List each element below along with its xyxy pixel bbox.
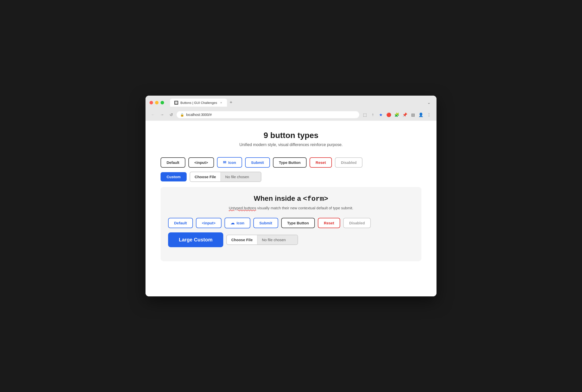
no-file-chosen-label: No file chosen [221, 172, 261, 181]
form-choose-file-button[interactable]: Choose File [227, 235, 257, 244]
tab-close-button[interactable]: × [219, 101, 223, 105]
type-button-label: Type Button [279, 160, 301, 165]
form-choose-file-label: Choose File [231, 238, 253, 242]
tab-favicon-icon: 🔲 [174, 101, 178, 105]
page-subtitle: Unified modern style, visual differences… [161, 143, 421, 147]
reset-button-label: Reset [316, 160, 326, 165]
new-tab-button[interactable]: + [228, 99, 234, 106]
form-section-title: When inside a <form> [168, 194, 414, 203]
submit-button[interactable]: Submit [245, 157, 270, 168]
form-icon-button[interactable]: ☁ Icon [225, 218, 250, 228]
bookmark-button[interactable]: ★ [377, 111, 384, 118]
untyped-buttons-text: Untyped buttons [229, 206, 256, 210]
address-input[interactable]: 🔒 localhost:3000/# [177, 111, 359, 118]
form-disabled-label: Disabled [349, 221, 365, 225]
input-button-label: <input> [194, 160, 208, 165]
icon-button-label: Icon [228, 160, 236, 165]
url-display: localhost:3000/# [186, 113, 212, 117]
large-custom-label: Large Custom [179, 237, 212, 242]
envelope-icon: ✉ [223, 160, 226, 165]
form-button-row-1: Default <input> ☁ Icon Submit Type Butto… [168, 218, 414, 228]
form-button-row-2: Large Custom Choose File No file chosen [168, 232, 414, 247]
toolbar-icons: ⬚ ↑ ★ 🔴 🧩 📌 ▤ 👤 ⋮ [361, 111, 432, 118]
back-button[interactable]: ← [150, 111, 157, 118]
share-button[interactable]: ↑ [369, 111, 376, 118]
title-bar: 🔲 Buttons | GUI Challenges × + ⌄ [145, 96, 436, 109]
form-no-file-chosen-label: No file chosen [257, 235, 298, 244]
sidebar-button[interactable]: ▤ [409, 111, 416, 118]
input-button[interactable]: <input> [188, 157, 214, 168]
default-button-label: Default [167, 160, 179, 165]
button-row-2: Custom Choose File No file chosen [161, 172, 421, 182]
choose-file-button[interactable]: Choose File [190, 172, 221, 181]
custom-button-label: Custom [167, 175, 181, 179]
form-submit-button[interactable]: Submit [253, 218, 278, 228]
extension-button[interactable]: 🔴 [385, 111, 392, 118]
page-content: 9 button types Unified modern style, vis… [145, 121, 436, 296]
cloud-icon: ☁ [231, 221, 235, 225]
disabled-button: Disabled [335, 157, 363, 168]
custom-button[interactable]: Custom [161, 172, 187, 181]
maximize-button[interactable] [161, 101, 164, 104]
tab-expand-button[interactable]: ⌄ [425, 99, 432, 106]
form-section: When inside a <form> Untyped buttons vis… [161, 187, 421, 261]
disabled-button-label: Disabled [341, 160, 357, 165]
form-submit-label: Submit [259, 221, 272, 225]
icon-button[interactable]: ✉ Icon [217, 157, 242, 168]
window-controls [150, 101, 164, 104]
form-reset-button[interactable]: Reset [318, 218, 340, 228]
page-title: 9 button types [161, 131, 421, 140]
form-section-subtitle: Untyped buttons visually match their new… [168, 206, 414, 210]
profile-button[interactable]: 👤 [417, 111, 424, 118]
default-button[interactable]: Default [161, 157, 185, 168]
submit-button-label: Submit [251, 160, 264, 165]
active-tab[interactable]: 🔲 Buttons | GUI Challenges × [170, 99, 227, 107]
refresh-button[interactable]: ↺ [168, 111, 175, 118]
large-custom-button[interactable]: Large Custom [168, 232, 223, 247]
tab-title: Buttons | GUI Challenges [180, 101, 217, 105]
type-button[interactable]: Type Button [273, 157, 307, 168]
pin-button[interactable]: 📌 [401, 111, 408, 118]
minimize-button[interactable] [155, 101, 159, 104]
form-icon-label: Icon [237, 221, 244, 225]
form-default-button[interactable]: Default [168, 218, 193, 228]
form-type-button[interactable]: Type Button [281, 218, 315, 228]
tab-bar: 🔲 Buttons | GUI Challenges × + [170, 99, 234, 107]
reset-button[interactable]: Reset [310, 157, 332, 168]
menu-button[interactable]: ⋮ [425, 111, 432, 118]
choose-file-label: Choose File [195, 175, 216, 179]
form-default-label: Default [174, 221, 187, 225]
extensions-button[interactable]: 🧩 [393, 111, 400, 118]
form-disabled-button: Disabled [343, 218, 371, 228]
address-bar: ← → ↺ 🔒 localhost:3000/# ⬚ ↑ ★ 🔴 🧩 📌 ▤ 👤… [145, 109, 436, 121]
form-input-label: <input> [202, 221, 215, 225]
close-button[interactable] [150, 101, 153, 104]
external-link-button[interactable]: ⬚ [361, 111, 368, 118]
form-file-input: Choose File No file chosen [226, 235, 298, 245]
file-input: Choose File No file chosen [190, 172, 261, 182]
forward-button[interactable]: → [159, 111, 166, 118]
lock-icon: 🔒 [180, 113, 184, 117]
form-reset-label: Reset [324, 221, 334, 225]
button-row-1: Default <input> ✉ Icon Submit Type Butto… [161, 157, 421, 168]
form-input-button[interactable]: <input> [196, 218, 222, 228]
browser-window: 🔲 Buttons | GUI Challenges × + ⌄ ← → ↺ 🔒… [145, 96, 436, 296]
form-type-label: Type Button [287, 221, 309, 225]
